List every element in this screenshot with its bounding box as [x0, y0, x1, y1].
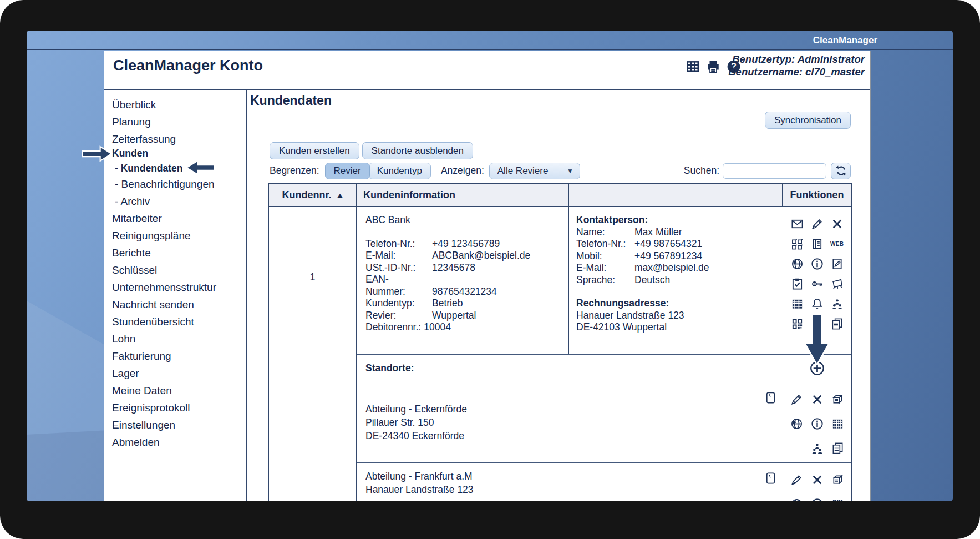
sidebar-item-zeiterfassung[interactable]: Zeiterfassung — [104, 130, 246, 148]
filter-kundentyp-button[interactable]: Kundentyp — [368, 163, 431, 179]
sidebar-item-abmelden[interactable]: Abmelden — [104, 434, 246, 451]
email-icon[interactable] — [791, 218, 804, 230]
search-input[interactable] — [723, 163, 826, 179]
user-info: Benutzertyp: Administrator Benutzername:… — [728, 53, 865, 78]
people-icon[interactable] — [831, 298, 844, 310]
field-label: Debitorennr.: — [365, 321, 421, 334]
customer-fields: Telefon-Nr.:+49 123456789E-Mail:ABCBank@… — [365, 238, 564, 334]
filter-bar: Begrenzen: Revier Kundentyp Anzeigen: Al… — [270, 162, 851, 179]
field-row: Mobil:+49 567891234 — [576, 250, 778, 263]
location-functions — [783, 382, 851, 462]
sidebar-item-meine-daten[interactable]: Meine Daten — [104, 382, 246, 399]
field-row: EAN-Nummer:987654321234 — [365, 274, 564, 298]
location-line: Abteilung - Eckernförde — [365, 402, 783, 416]
brand-divider — [27, 49, 953, 50]
brand-logo: CleanManager — [813, 35, 877, 46]
customer-info-cell: ABC Bank Telefon-Nr.:+49 123456789E-Mail… — [357, 207, 569, 354]
edit-icon[interactable] — [811, 218, 824, 230]
documents-icon[interactable] — [831, 442, 844, 455]
sidebar-item-archiv[interactable]: - Archiv — [104, 193, 246, 210]
field-label: E-Mail: — [576, 262, 634, 274]
sidebar-item-label: Mitarbeiter — [112, 213, 162, 224]
departments-icon[interactable] — [791, 238, 804, 250]
sidebar-item-label: Zeiterfassung — [112, 133, 176, 145]
kundennr-header-label: Kundennr. — [282, 189, 332, 201]
qr-code-icon[interactable] — [791, 318, 804, 330]
section-heading: Kundendaten — [250, 93, 332, 108]
location-line: Hanauer Landstraße 123 — [365, 483, 783, 496]
sidebar-item-planung[interactable]: Planung — [104, 113, 246, 130]
synchronisation-button[interactable]: Synchronisation — [765, 112, 851, 129]
sidebar-item-überblick[interactable]: Überblick — [104, 96, 246, 113]
sidebar-item-stundenübersicht[interactable]: Stundenübersicht — [104, 313, 246, 330]
sidebar-item-label: Reinigungspläne — [112, 230, 191, 241]
invoice-line: DE-42103 Wuppertal — [576, 321, 778, 334]
calendar-grid-icon[interactable] — [831, 417, 844, 430]
hide-locations-button[interactable]: Standorte ausblenden — [362, 142, 473, 159]
column-header-kundennr[interactable]: Kundennr. ▲ — [269, 184, 357, 206]
invoice-line: Hanauer Landstraße 123 — [576, 310, 778, 322]
user-name-text: Benutzername: cl70_master — [728, 66, 865, 78]
delete-icon[interactable] — [831, 218, 844, 230]
sidebar-item-einstellungen[interactable]: Einstellungen — [104, 416, 246, 434]
refresh-button[interactable] — [831, 163, 851, 179]
invoice-address: Hanauer Landstraße 123DE-42103 Wuppertal — [576, 310, 778, 334]
sidebar-item-benachrichtigungen[interactable]: - Benachrichtigungen — [104, 175, 246, 193]
info-icon[interactable] — [811, 417, 824, 430]
sidebar-item-kunden[interactable]: Kunden — [104, 148, 246, 160]
sidebar-item-unternehmensstruktur[interactable]: Unternehmensstruktur — [104, 279, 246, 296]
globe-icon[interactable] — [790, 498, 803, 502]
delete-icon[interactable] — [811, 393, 824, 406]
register-icon[interactable] — [811, 238, 824, 250]
field-row: E-Mail:ABCBank@beispiel.de — [365, 250, 564, 262]
table-body: 1 ABC Bank Telefon-Nr.:+49 123456789E-Ma… — [269, 207, 851, 501]
board-icon[interactable] — [831, 278, 844, 290]
sidebar-item-lager[interactable]: Lager — [104, 365, 246, 382]
locations-header-row: Standorte: — [357, 354, 851, 382]
info-icon[interactable] — [811, 258, 824, 270]
edit-icon[interactable] — [790, 393, 803, 406]
action-buttons: Kunden erstellen Standorte ausblenden — [270, 142, 473, 159]
create-customer-button[interactable]: Kunden erstellen — [270, 142, 359, 159]
location-line: Pillauer Str. 150 — [365, 416, 783, 429]
column-header-empty — [569, 184, 783, 206]
sidebar-item-label: Fakturierung — [112, 350, 171, 362]
sidebar-item-schlüssel[interactable]: Schlüssel — [104, 261, 246, 279]
info-icon[interactable] — [811, 498, 824, 502]
sidebar-item-reinigungspläne[interactable]: Reinigungspläne — [104, 227, 246, 244]
globe-icon[interactable] — [790, 417, 803, 430]
bell-icon[interactable] — [811, 298, 824, 310]
calendar-grid-icon[interactable] — [791, 298, 804, 310]
reviere-select[interactable]: Alle Reviere ▼ — [489, 163, 580, 179]
documents-icon[interactable] — [831, 318, 844, 330]
sidebar-item-kundendaten[interactable]: - Kundendaten — [104, 160, 246, 175]
clipboard-check-icon[interactable] — [791, 278, 804, 290]
sidebar-item-berichte[interactable]: Berichte — [104, 244, 246, 261]
print-icon[interactable] — [706, 59, 720, 74]
box-icon[interactable] — [831, 473, 844, 486]
key-icon[interactable] — [811, 278, 824, 290]
sidebar-item-lohn[interactable]: Lohn — [104, 330, 246, 347]
box-icon[interactable] — [831, 393, 844, 406]
refresh-icon — [835, 165, 847, 177]
sidebar-item-nachricht-senden[interactable]: Nachricht senden — [104, 296, 246, 313]
reviere-select-value: Alle Reviere — [497, 165, 549, 177]
people-icon[interactable] — [811, 442, 824, 455]
note-icon[interactable] — [764, 472, 777, 485]
sidebar-item-fakturierung[interactable]: Fakturierung — [104, 347, 246, 365]
calendar-grid-icon[interactable] — [831, 498, 844, 502]
web-icon[interactable]: WEB — [830, 241, 844, 247]
table-icon[interactable] — [686, 59, 700, 74]
note-icon[interactable] — [764, 391, 777, 404]
app-window: CleanManager Konto Benutzertyp: Administ… — [104, 51, 871, 501]
document-edit-icon[interactable] — [831, 258, 844, 270]
invoice-heading: Rechnungsadresse: — [576, 298, 778, 310]
delete-icon[interactable] — [811, 473, 824, 486]
sidebar-item-label: Kunden — [112, 148, 148, 159]
filter-revier-button[interactable]: Revier — [325, 163, 370, 179]
globe-icon[interactable] — [791, 258, 804, 270]
field-value: Betrieb — [432, 298, 463, 310]
sidebar-item-ereignisprotokoll[interactable]: Ereignisprotokoll — [104, 399, 246, 416]
sidebar-item-mitarbeiter[interactable]: Mitarbeiter — [104, 210, 246, 227]
edit-icon[interactable] — [790, 473, 803, 486]
